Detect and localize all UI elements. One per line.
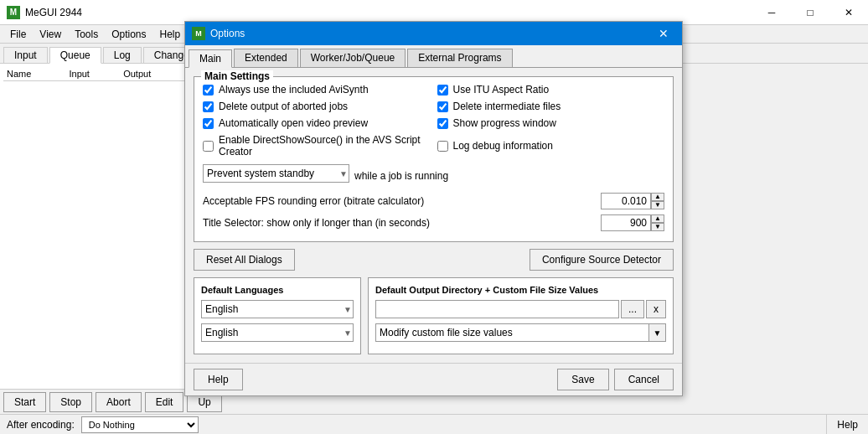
title-selector-row: Title Selector: show only if longer than… bbox=[203, 214, 664, 231]
dialog-close-button[interactable]: ✕ bbox=[645, 22, 682, 45]
checkbox-delete-aborted: Delete output of aborted jobs bbox=[203, 101, 431, 112]
dialog-tab-external[interactable]: External Programs bbox=[407, 49, 512, 67]
action-buttons-row: Reset All Dialogs Configure Source Detec… bbox=[194, 249, 674, 271]
fps-row: Acceptable FPS rounding error (bitrate c… bbox=[203, 193, 664, 209]
title-selector-input-wrapper: ▲ ▼ bbox=[601, 214, 664, 231]
fps-spin-up[interactable]: ▲ bbox=[651, 193, 664, 201]
standby-select-wrapper: Prevent system standby ▼ bbox=[203, 164, 349, 183]
cb-progress-label: Show progress window bbox=[453, 117, 556, 129]
standby-row: Prevent system standby ▼ while a job is … bbox=[203, 164, 664, 188]
save-button[interactable]: Save bbox=[557, 369, 608, 390]
configure-source-detector-button[interactable]: Configure Source Detector bbox=[530, 249, 674, 271]
cb-avisynth[interactable] bbox=[203, 85, 214, 96]
clear-button[interactable]: x bbox=[646, 300, 666, 318]
tab-input[interactable]: Input bbox=[3, 47, 48, 63]
dialog-tabs: Main Extended Worker/Job/Queue External … bbox=[185, 45, 682, 68]
fps-label: Acceptable FPS rounding error (bitrate c… bbox=[203, 195, 601, 207]
checkbox-directshow: Enable DirectShowSource() in the AVS Scr… bbox=[203, 134, 431, 158]
dialog-content: Main Settings Always use the included Av… bbox=[185, 68, 682, 363]
reset-dialogs-button[interactable]: Reset All Dialogs bbox=[194, 249, 295, 271]
menu-tools[interactable]: Tools bbox=[68, 27, 105, 42]
abort-button[interactable]: Abort bbox=[96, 392, 142, 412]
custom-file-dropdown-btn[interactable]: ▼ bbox=[649, 323, 666, 342]
cb-delete-aborted-label: Delete output of aborted jobs bbox=[219, 101, 348, 112]
stop-button[interactable]: Stop bbox=[49, 392, 92, 412]
maximize-button[interactable]: □ bbox=[791, 0, 829, 25]
tab-queue[interactable]: Queue bbox=[49, 47, 101, 64]
custom-file-row: Modify custom file size values ▼ bbox=[375, 323, 666, 342]
title-selector-spin: ▲ ▼ bbox=[651, 214, 664, 231]
close-button[interactable]: ✕ bbox=[829, 0, 868, 25]
lang1-select[interactable]: English bbox=[201, 300, 354, 318]
main-window: M MeGUI 2944 ─ □ ✕ File View Tools Optio… bbox=[0, 0, 868, 434]
left-panel: Name Input Output bbox=[0, 64, 193, 389]
col-input: Input bbox=[65, 67, 120, 81]
cb-avisynth-label: Always use the included AviSynth bbox=[219, 84, 369, 96]
help-button[interactable]: Help bbox=[194, 369, 243, 390]
cb-video-preview-label: Automatically open video preview bbox=[219, 117, 368, 129]
status-help-button[interactable]: Help bbox=[826, 415, 868, 435]
dialog-title-bar: M Options ✕ bbox=[185, 22, 682, 45]
status-bar: After encoding: Do Nothing Help bbox=[0, 414, 868, 434]
browse-button[interactable]: ... bbox=[621, 300, 644, 318]
cancel-button[interactable]: Cancel bbox=[614, 369, 674, 390]
tab-log[interactable]: Log bbox=[103, 47, 142, 63]
menu-help[interactable]: Help bbox=[153, 27, 188, 42]
checkbox-avisynth: Always use the included AviSynth bbox=[203, 84, 431, 96]
menu-file[interactable]: File bbox=[3, 27, 33, 42]
options-dialog: M Options ✕ Main Extended Worker/Job/Que… bbox=[184, 21, 683, 396]
checkbox-grid: Always use the included AviSynth Use ITU… bbox=[203, 84, 664, 161]
languages-header: Default Languages bbox=[201, 285, 354, 295]
title-selector-spin-down[interactable]: ▼ bbox=[651, 223, 664, 231]
checkbox-log-debug: Log debug information bbox=[437, 134, 665, 158]
dialog-tab-worker[interactable]: Worker/Job/Queue bbox=[300, 49, 406, 67]
col-output: Output bbox=[120, 67, 189, 81]
main-settings-group: Main Settings Always use the included Av… bbox=[194, 76, 674, 242]
fps-input-wrapper: ▲ ▼ bbox=[601, 193, 664, 209]
cb-itu[interactable] bbox=[437, 85, 448, 96]
custom-file-select[interactable]: Modify custom file size values bbox=[375, 323, 649, 342]
dialog-tab-main[interactable]: Main bbox=[189, 49, 232, 68]
output-section: Default Output Directory + Custom File S… bbox=[368, 277, 674, 354]
cb-video-preview[interactable] bbox=[203, 118, 214, 129]
output-path-row: ... x bbox=[375, 300, 666, 318]
languages-section: Default Languages English ▼ English ▼ bbox=[194, 277, 361, 354]
col-name: Name bbox=[3, 67, 65, 81]
dialog-footer: Help Save Cancel bbox=[185, 363, 682, 395]
fps-spin-down[interactable]: ▼ bbox=[651, 201, 664, 209]
cb-itu-label: Use ITU Aspect Ratio bbox=[453, 84, 550, 96]
output-header: Default Output Directory + Custom File S… bbox=[375, 285, 666, 295]
dialog-title: Options bbox=[210, 28, 245, 39]
window-controls: ─ □ ✕ bbox=[752, 0, 868, 25]
title-selector-label: Title Selector: show only if longer than… bbox=[203, 217, 601, 229]
cb-delete-intermediate-label: Delete intermediate files bbox=[453, 101, 561, 112]
start-button[interactable]: Start bbox=[3, 392, 46, 412]
menu-options[interactable]: Options bbox=[105, 27, 152, 42]
app-icon: M bbox=[7, 6, 20, 19]
title-selector-spin-up[interactable]: ▲ bbox=[651, 214, 664, 223]
title-selector-input[interactable] bbox=[601, 214, 651, 231]
cb-log-debug[interactable] bbox=[437, 141, 448, 152]
after-encoding-select[interactable]: Do Nothing bbox=[81, 416, 199, 433]
cb-delete-intermediate[interactable] bbox=[437, 101, 448, 112]
checkbox-video-preview: Automatically open video preview bbox=[203, 117, 431, 129]
app-title: MeGUI 2944 bbox=[25, 7, 82, 18]
checkbox-delete-intermediate: Delete intermediate files bbox=[437, 101, 665, 112]
edit-button[interactable]: Edit bbox=[145, 392, 184, 412]
checkbox-progress: Show progress window bbox=[437, 117, 665, 129]
dialog-tab-extended[interactable]: Extended bbox=[234, 49, 298, 67]
fps-input[interactable] bbox=[601, 193, 651, 209]
menu-view[interactable]: View bbox=[33, 27, 68, 42]
cb-delete-aborted[interactable] bbox=[203, 101, 214, 112]
lang1-select-wrapper: English ▼ bbox=[201, 300, 354, 318]
cb-log-debug-label: Log debug information bbox=[453, 140, 553, 152]
dialog-icon: M bbox=[192, 27, 205, 40]
footer-right-buttons: Save Cancel bbox=[557, 369, 674, 390]
cb-progress[interactable] bbox=[437, 118, 448, 129]
output-path-input[interactable] bbox=[375, 300, 619, 318]
minimize-button[interactable]: ─ bbox=[752, 0, 791, 25]
lang2-select[interactable]: English bbox=[201, 323, 354, 342]
standby-select[interactable]: Prevent system standby bbox=[203, 164, 349, 183]
cb-directshow[interactable] bbox=[203, 141, 214, 152]
queue-table: Name Input Output bbox=[3, 67, 189, 81]
